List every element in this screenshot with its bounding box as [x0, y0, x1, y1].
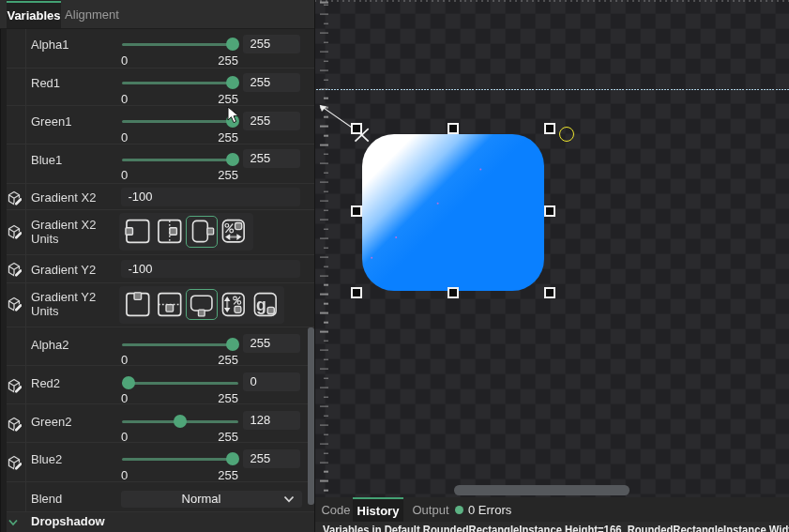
slider-min-label: 0	[121, 391, 149, 405]
value-text: 255	[250, 151, 271, 165]
unit-button-offset-left[interactable]	[122, 216, 154, 247]
tab-history[interactable]: History	[353, 497, 403, 522]
row-label-alpha1: Alpha1	[31, 38, 68, 52]
value-field-alpha1[interactable]: 255	[243, 35, 300, 53]
error-count-label: 0 Errors	[468, 497, 511, 522]
selection-handle-top-left[interactable]	[351, 123, 362, 134]
slider-green2[interactable]	[122, 420, 238, 423]
tab-variables[interactable]: Variables	[7, 0, 61, 28]
unit-button-gradient[interactable]: g	[250, 289, 281, 320]
slider-min-label: 0	[121, 92, 149, 106]
tab-alignment[interactable]: Alignment	[61, 0, 123, 28]
blend-value: Normal	[182, 492, 221, 506]
slider-thumb[interactable]	[226, 76, 239, 89]
row-label-gradient-x2: Gradient X2	[31, 190, 96, 205]
row-separator	[7, 282, 314, 283]
error-status-dot	[455, 506, 463, 514]
slider-blue1[interactable]	[122, 159, 238, 161]
status-text: Variables in Default RoundedRectangleIns…	[323, 523, 789, 532]
value-field-red2[interactable]: 0	[243, 372, 300, 391]
unit-button-percent-height[interactable]	[218, 289, 250, 320]
row-label-green1: Green1	[31, 114, 71, 129]
value-text: 255	[250, 75, 271, 89]
input-text: -100	[129, 190, 153, 204]
selection-handle-middle-right[interactable]	[544, 205, 555, 217]
row-separator	[7, 183, 314, 184]
section-expand-chevron-icon	[8, 517, 19, 528]
tab-variables-label: Variables	[7, 8, 60, 23]
selection-handle-bottom-left[interactable]	[351, 287, 362, 298]
selection-handle-middle-left[interactable]	[351, 205, 362, 217]
row-separator	[7, 209, 314, 210]
slider-green1[interactable]	[122, 120, 238, 123]
row-separator	[7, 365, 314, 366]
slider-red2[interactable]	[122, 382, 238, 385]
slider-alpha2[interactable]	[122, 343, 238, 346]
value-text: 128	[250, 413, 271, 427]
design-canvas[interactable]	[315, 0, 789, 497]
slider-thumb[interactable]	[226, 153, 239, 166]
panel-tabbar: Variables Alignment	[0, 0, 314, 28]
slider-max-label: 255	[188, 168, 238, 182]
tab-output[interactable]: Output	[403, 497, 458, 522]
slider-red1[interactable]	[122, 82, 238, 84]
canvas-horizontal-scrollbar[interactable]	[454, 485, 630, 495]
error-count-text: 0 Errors	[468, 503, 511, 517]
mouse-cursor-icon	[227, 106, 240, 125]
gutter-separator	[25, 29, 26, 511]
value-field-green2[interactable]: 128	[243, 411, 300, 430]
row-label-blue2: Blue2	[31, 452, 62, 466]
slider-thumb[interactable]	[122, 376, 135, 389]
input-gradient-x2[interactable]: -100	[121, 188, 300, 206]
unit-button-offset-bottom[interactable]	[186, 289, 218, 320]
value-field-red1[interactable]: 255	[243, 73, 300, 92]
slider-blue2[interactable]	[122, 458, 238, 461]
tabbar-separator	[0, 28, 314, 29]
slider-max-label: 255	[188, 92, 238, 106]
slider-min-label: 0	[121, 430, 149, 444]
slider-thumb[interactable]	[174, 415, 187, 428]
svg-text:g: g	[256, 296, 266, 314]
unit-button-offset-middle[interactable]	[154, 289, 186, 320]
value-field-blue2[interactable]: 255	[243, 449, 300, 468]
selection-handle-top-middle[interactable]	[448, 123, 459, 134]
slider-thumb[interactable]	[226, 38, 239, 51]
value-field-green1[interactable]: 255	[243, 112, 300, 130]
slider-min-label: 0	[121, 53, 149, 68]
slider-min-label: 0	[121, 353, 149, 367]
percent-height-icon	[218, 289, 250, 320]
unit-button-offset-top[interactable]	[122, 289, 154, 320]
section-dropshadow[interactable]: Dropshadow	[7, 512, 314, 532]
slider-max-label: 255	[188, 391, 238, 405]
value-text: 255	[250, 37, 271, 51]
row-separator	[7, 68, 314, 68]
row-separator	[7, 403, 314, 404]
row-label-red1: Red1	[31, 76, 60, 90]
properties-panel: Variables Alignment Alpha1 0 255 255 Red…	[0, 0, 314, 532]
bottom-tabbar: Code History Output 0 Errors	[315, 497, 789, 522]
tab-code[interactable]: Code	[315, 497, 357, 522]
slider-thumb[interactable]	[226, 452, 239, 465]
unit-button-offset-right[interactable]	[186, 216, 218, 247]
blend-dropdown[interactable]: Normal	[121, 491, 302, 508]
selection-handle-top-right[interactable]	[544, 123, 555, 134]
slider-max-label: 255	[188, 130, 238, 144]
chevron-down-icon	[281, 491, 297, 508]
row-label-line1: Gradient X2	[31, 218, 96, 232]
value-field-blue1[interactable]: 255	[243, 149, 300, 168]
input-gradient-y2[interactable]: -100	[121, 260, 300, 279]
slider-thumb[interactable]	[226, 338, 239, 351]
percent-width-icon	[218, 216, 250, 247]
row-label-blue1: Blue1	[31, 153, 62, 167]
slider-alpha1[interactable]	[122, 43, 238, 46]
row-label-blend: Blend	[31, 492, 62, 506]
active-tab-accent	[7, 1, 61, 3]
selection-handle-bottom-middle[interactable]	[448, 287, 459, 298]
unit-button-offset-center[interactable]	[154, 216, 186, 247]
panel-vertical-scrollbar[interactable]	[308, 327, 313, 505]
row-label-line2: Units	[31, 304, 59, 318]
value-field-alpha2[interactable]: 255	[243, 334, 300, 353]
selection-handle-bottom-right[interactable]	[544, 287, 555, 298]
rotation-handle-ring[interactable]	[559, 127, 574, 142]
unit-button-percent-width[interactable]	[218, 216, 250, 247]
